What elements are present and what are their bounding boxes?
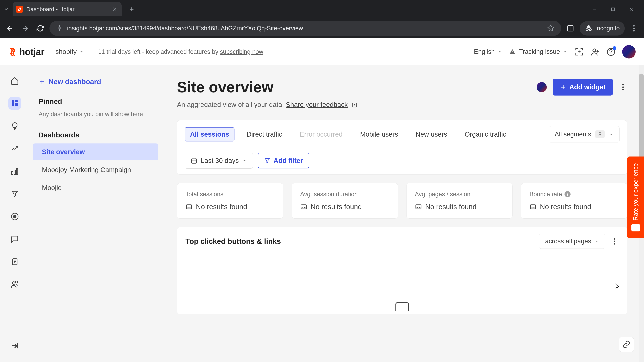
sidebar-item-moodjoy[interactable]: Moodjoy Marketing Campaign — [33, 161, 158, 178]
svg-rect-39 — [192, 159, 196, 163]
segment-tab-direct-traffic[interactable]: Direct traffic — [241, 127, 288, 141]
svg-rect-24 — [12, 172, 13, 174]
browser-menu-icon[interactable] — [628, 22, 640, 34]
reading-list-icon[interactable] — [564, 22, 576, 34]
incognito-badge[interactable]: Incognito — [580, 21, 625, 35]
browser-tab[interactable]: Dashboard - Hotjar × — [12, 2, 122, 16]
tab-search-dropdown[interactable] — [2, 4, 11, 14]
widget-menu-icon[interactable] — [610, 237, 619, 246]
plus-icon — [38, 78, 45, 85]
tab-close-icon[interactable]: × — [113, 5, 116, 13]
reload-button[interactable] — [34, 22, 46, 34]
svg-point-15 — [633, 25, 634, 27]
maximize-icon[interactable] — [606, 4, 620, 14]
close-window-icon[interactable] — [624, 4, 639, 14]
incognito-icon — [585, 24, 593, 32]
integrations-icon[interactable] — [574, 47, 584, 56]
svg-rect-22 — [15, 103, 18, 106]
nav-trends-icon[interactable] — [8, 142, 21, 155]
nav-dashboards-icon[interactable] — [8, 97, 21, 110]
filter-icon — [264, 158, 270, 164]
page-subtitle: An aggregated view of all your data. Sha… — [177, 101, 627, 108]
svg-rect-23 — [12, 104, 14, 106]
dashboards-section-title: Dashboards — [29, 124, 162, 142]
svg-point-30 — [12, 282, 15, 284]
share-link-fab[interactable] — [619, 337, 634, 352]
svg-point-36 — [622, 86, 624, 88]
svg-point-28 — [14, 215, 16, 218]
sidebar-item-moojie[interactable]: Moojie — [33, 179, 158, 196]
tab-title: Dashboard - Hotjar — [26, 6, 108, 12]
user-avatar[interactable] — [622, 45, 636, 58]
svg-point-49 — [614, 243, 615, 245]
svg-rect-25 — [14, 170, 16, 174]
add-widget-button[interactable]: Add widget — [552, 79, 613, 95]
minimize-icon[interactable] — [587, 4, 602, 14]
nav-heatmaps-icon[interactable] — [8, 165, 21, 177]
date-range-picker[interactable]: Last 30 days — [185, 153, 253, 169]
hotjar-favicon-icon — [16, 6, 23, 13]
pinned-section-title: Pinned — [29, 91, 162, 109]
scrollbar-thumb[interactable] — [639, 73, 644, 166]
svg-point-48 — [614, 241, 615, 242]
subscribe-link[interactable]: subscribing now — [220, 48, 263, 55]
svg-point-47 — [614, 238, 615, 240]
feedback-bubble-icon — [632, 224, 640, 231]
svg-point-13 — [589, 29, 591, 31]
widget-scope-dropdown[interactable]: across all pages — [539, 234, 605, 249]
site-settings-icon[interactable] — [56, 25, 63, 32]
owner-avatar[interactable] — [537, 82, 547, 92]
metric-avg-pages-session: Avg. pages / session No results found — [406, 183, 513, 219]
page-menu-icon[interactable] — [619, 83, 627, 91]
nav-surveys-icon[interactable] — [8, 255, 21, 268]
segment-tab-error-occurred[interactable]: Error occurred — [294, 127, 348, 141]
segment-count-badge: 8 — [595, 130, 604, 138]
chevron-down-icon — [242, 158, 247, 163]
forward-button[interactable] — [19, 22, 31, 34]
address-bar[interactable]: insights.hotjar.com/sites/3814994/dashbo… — [50, 21, 561, 36]
segment-tab-all-sessions[interactable]: All sessions — [185, 127, 234, 141]
url-text: insights.hotjar.com/sites/3814994/dashbo… — [67, 25, 543, 32]
hotjar-logo[interactable]: hotjar — [8, 46, 44, 57]
bookmark-icon[interactable] — [547, 24, 554, 32]
rate-experience-tab[interactable]: Rate your experience — [627, 157, 644, 238]
inbox-icon — [415, 203, 422, 210]
all-segments-dropdown[interactable]: All segments 8 — [549, 126, 620, 142]
warning-icon — [509, 48, 516, 55]
nav-feedback-icon[interactable] — [8, 233, 21, 245]
segment-tab-mobile-users[interactable]: Mobile users — [355, 127, 404, 141]
add-filter-button[interactable]: Add filter — [258, 153, 309, 168]
nav-home-icon[interactable] — [8, 74, 21, 87]
trial-banner: 11 trial days left - keep advanced featu… — [98, 48, 263, 55]
nav-users-icon[interactable] — [8, 278, 21, 291]
svg-point-4 — [59, 27, 60, 29]
share-feedback-link[interactable]: Share your feedback — [286, 101, 348, 108]
chevron-down-icon — [609, 132, 614, 137]
info-icon[interactable]: i — [564, 191, 570, 197]
hotjar-logo-icon — [8, 48, 17, 56]
new-dashboard-button[interactable]: New dashboard — [29, 73, 162, 91]
svg-rect-10 — [568, 26, 573, 31]
svg-rect-21 — [15, 100, 18, 102]
expand-sidebar-icon[interactable] — [8, 339, 21, 352]
nav-funnels-icon[interactable] — [8, 188, 21, 200]
segment-tab-new-users[interactable]: New users — [410, 127, 452, 141]
plus-icon — [560, 84, 566, 90]
metric-avg-session-duration: Avg. session duration No results found — [292, 183, 398, 219]
site-name: shopify — [56, 48, 77, 55]
new-tab-button[interactable]: + — [126, 4, 137, 14]
language-selector[interactable]: English — [474, 48, 502, 55]
nav-highlights-icon[interactable] — [8, 120, 21, 132]
back-button[interactable] — [4, 22, 16, 34]
tracking-issue-dropdown[interactable]: Tracking issue — [509, 48, 568, 55]
sidebar-item-site-overview[interactable]: Site overview — [33, 143, 158, 160]
inbox-icon — [186, 203, 192, 210]
site-selector[interactable]: shopify — [52, 45, 88, 58]
help-icon[interactable] — [606, 47, 616, 56]
invite-user-icon[interactable] — [590, 47, 600, 56]
segment-tab-organic-traffic[interactable]: Organic traffic — [459, 127, 512, 141]
metric-total-sessions: Total sessions No results found — [177, 183, 283, 219]
chevron-down-icon — [563, 49, 568, 54]
nav-recordings-icon[interactable] — [8, 210, 21, 223]
chevron-down-icon — [594, 239, 599, 244]
